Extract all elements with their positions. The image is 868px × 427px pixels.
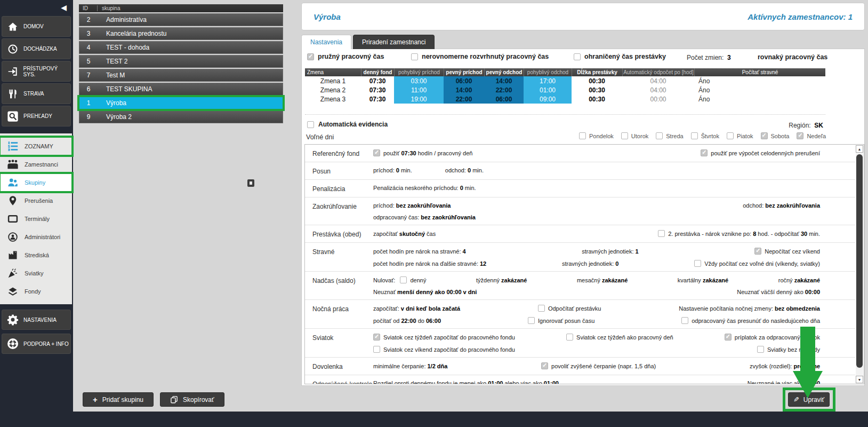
settings-row-label: Penalizácia [305, 185, 373, 193]
edit-button-label: Upraviť [803, 396, 824, 404]
sidebar-item-administratori[interactable]: Administrátori [0, 228, 72, 246]
sidebar-item-domov[interactable]: DOMOV [2, 16, 71, 37]
text-segment: menší denný ako 00:00 v dni [397, 289, 477, 295]
settings-checkbox[interactable] [373, 334, 380, 341]
copy-group-button[interactable]: Skopírovať [160, 392, 224, 407]
sidebar-item-podpora-info[interactable]: PODPORA + INFO [2, 334, 71, 354]
sidebar-item-prerusenia[interactable]: Prerušenia [0, 192, 72, 210]
group-row-vyroba-2[interactable]: 9Výroba 2 [79, 110, 283, 123]
settings-checkbox[interactable] [373, 346, 380, 353]
free-day-checkbox-streda[interactable] [656, 132, 663, 139]
column-header-automaticky-odpocet-po-hod: Automatický odpočet po [hod] [622, 68, 694, 76]
collapse-sidebar-icon[interactable]: ◀ [61, 3, 67, 12]
settings-checkbox[interactable] [566, 334, 573, 341]
text-segment: min. [807, 231, 820, 237]
free-day-checkbox-nedela[interactable] [797, 132, 803, 139]
sidebar-item-sviatky[interactable]: Sviatky [0, 264, 72, 282]
sidebar-item-strava[interactable]: STRAVA [2, 83, 71, 104]
group-row-test-dohoda[interactable]: 4TEST - dohoda [79, 41, 283, 54]
option-checkbox-ohraniceny-cas-prestavky[interactable] [574, 53, 581, 60]
settings-cell: odchod: 0 min. [445, 167, 484, 173]
settings-checkbox[interactable] [400, 276, 407, 283]
free-day-checkbox-pondelok[interactable] [579, 132, 586, 139]
text-segment: 00:00 [805, 380, 820, 384]
settings-cell: 2. prestávka - nárok vznikne po: 8 hod. … [658, 230, 820, 237]
edit-button[interactable]: ✎ Upraviť [788, 392, 830, 407]
copy-icon [170, 396, 178, 404]
shift-row-zmena-2[interactable]: Zmena 207:3011:0014:0022:0001:0000:3004:… [305, 85, 825, 94]
option-checkbox-nerovnomerne-rozvrhnuty-pracovny-cas[interactable] [411, 53, 418, 60]
scrollbar-up-icon[interactable]: ▲ [856, 145, 863, 153]
add-group-label: Pridať skupinu [102, 396, 143, 404]
text-segment: 01:00 [544, 380, 559, 384]
settings-text: Sviatok cez týždeň ako pracovný deň [576, 334, 673, 341]
settings-checkbox[interactable] [681, 317, 688, 324]
settings-checkbox[interactable] [658, 230, 665, 237]
group-row-administrativa[interactable]: 2Administratíva [79, 13, 283, 26]
group-row-test-m[interactable]: 7Test M [79, 69, 283, 82]
settings-checkbox[interactable] [373, 149, 380, 156]
sidebar-item-label: ZOZNAMY [25, 143, 53, 149]
free-day-checkbox-utorok[interactable] [621, 132, 628, 139]
sidebar-item-strediska[interactable]: Strediská [0, 246, 72, 264]
settings-text: Ignorovať posun času [538, 318, 594, 324]
settings-checkbox[interactable] [725, 334, 732, 341]
sidebar-item-zoznamy[interactable]: ZOZNAMY [0, 137, 72, 155]
settings-checkbox[interactable] [694, 260, 701, 267]
option-checkbox-pruzny-pracovny-cas[interactable] [307, 53, 314, 60]
group-row-kancelaria-prednostu[interactable]: 3Kancelária prednostu [79, 27, 283, 40]
shift-row-zmena-1[interactable]: Zmena 107:3003:0006:0014:0017:0000:3004:… [305, 76, 825, 85]
settings-checkbox[interactable] [757, 346, 764, 353]
divider [305, 114, 825, 115]
shift-row-zmena-3[interactable]: Zmena 307:3019:0022:0006:0009:0000:3000:… [305, 94, 825, 104]
scrollbar-down-icon[interactable]: ▼ [856, 376, 863, 383]
settings-cell: počet hodín pre nárok na ďalšie stravné:… [373, 260, 486, 267]
settings-line: Penalizácia neskorého príchodu: 0 min. [373, 185, 820, 191]
equal-work-time-label: rovnaký pracovný čas [758, 53, 827, 61]
group-row-vyroba[interactable]: 1Výroba [79, 97, 283, 109]
free-day-label: Piatok [737, 133, 753, 139]
free-day-checkbox-piatok[interactable] [727, 132, 734, 139]
shift-cell: 06:00 [484, 94, 524, 104]
tab-priradeni-zamestnanci[interactable]: Priradení zamestnanci [353, 35, 435, 49]
settings-checkbox[interactable] [754, 248, 761, 255]
tab-nastavenia[interactable]: Nastavenia [301, 35, 351, 49]
settings-text: Neuznané je viac ako 00:00 [748, 380, 820, 384]
settings-line: Sviatok cez týždeň započítať do pracovné… [373, 334, 820, 341]
group-row-test-skupina[interactable]: 6TEST SKUPINA [79, 83, 283, 96]
settings-checkbox[interactable] [541, 362, 548, 369]
main-panel: Výroba Aktívnych zamestnancov: 1 Nastave… [301, 3, 865, 386]
active-employees-count: Aktívnych zamestnancov: 1 [748, 12, 853, 21]
settings-checkbox[interactable] [528, 317, 535, 324]
free-day-checkbox-stvrtok[interactable] [691, 132, 698, 139]
sidebar-item-pristupovy-sys[interactable]: PRÍSTUPOVÝ SYS. [2, 61, 71, 82]
sidebar-item-nastavenia[interactable]: NASTAVENIA [2, 310, 71, 330]
settings-checkbox[interactable] [538, 305, 545, 312]
sidebar-item-skupiny[interactable]: Skupiny [0, 173, 72, 192]
sidebar-item-dochadzka[interactable]: DOCHÁDZKA [2, 38, 71, 59]
sidebar-item-zamestnanci[interactable]: Zamestnanci [0, 155, 72, 173]
scrollbar-thumb[interactable] [856, 154, 863, 368]
map-pin-icon [6, 195, 19, 206]
auto-evidence-checkbox[interactable] [307, 121, 314, 128]
sidebar-item-label: Administrátori [25, 234, 60, 240]
shift-cell: Áno [694, 85, 825, 94]
free-day-checkbox-sobota[interactable] [761, 132, 768, 139]
add-group-button[interactable]: + Pridať skupinu [83, 392, 154, 407]
text-segment: 06:00 [426, 318, 441, 324]
sidebar-item-fondy[interactable]: Fondy [0, 282, 72, 301]
settings-row-content: Penalizácia neskorého príchodu: 0 min. [373, 185, 855, 193]
group-row-test-2[interactable]: 5TEST 2 [79, 55, 283, 68]
settings-row-zaokruhlovanie: Zaokrúhľovaniepríchod: bez zaokrúhľovani… [305, 197, 855, 225]
vertical-scrollbar[interactable]: ▲ ▼ [856, 145, 863, 383]
text-segment: do [416, 318, 426, 324]
settings-row-odporucana-kontrola: Odporúčaná kontrolaRozdiel oproti denném… [305, 375, 855, 384]
text-segment: prepadne [793, 363, 820, 369]
settings-checkbox[interactable] [701, 149, 708, 156]
settings-row-content: Sviatok cez týždeň započítať do pracovné… [373, 334, 855, 353]
text-segment: Sviatok cez víkend započítať do pracovné… [383, 346, 515, 353]
sidebar-item-terminaly[interactable]: Terminály [0, 210, 72, 228]
settings-text: počet hodín pre nárok na stravné: 4 [373, 248, 466, 255]
sidebar-item-prehlady[interactable]: PREHĽADY [2, 106, 71, 126]
shift-cell: 07:30 [361, 76, 394, 85]
